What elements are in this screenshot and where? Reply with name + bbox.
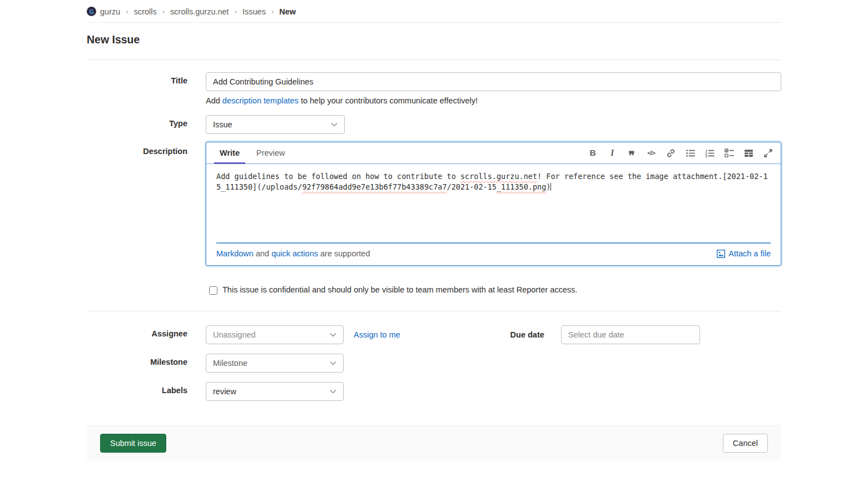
quick-actions-help-link[interactable]: quick actions	[271, 249, 318, 258]
fullscreen-icon[interactable]	[763, 145, 773, 161]
breadcrumb: G gurzu › scrolls › scrolls.gurzu.net › …	[87, 0, 781, 22]
due-date-input[interactable]	[561, 325, 700, 344]
editor-header: Write Preview B I ❞ </>	[206, 142, 781, 164]
type-row: Type Issue	[87, 115, 781, 134]
assignee-row: Assignee Unassigned Assign to me Due dat…	[87, 325, 781, 344]
assign-to-me-link[interactable]: Assign to me	[354, 330, 400, 339]
milestone-row: Milestone Milestone	[87, 354, 781, 373]
section-divider	[87, 311, 781, 311]
form-actions-bar: Submit issue Cancel	[87, 425, 781, 460]
description-textarea[interactable]: Add guidelines to be followed on how to …	[206, 164, 781, 235]
breadcrumb-current: New	[279, 7, 296, 16]
labels-row: Labels review	[87, 382, 781, 401]
type-select-value: Issue	[213, 120, 232, 129]
table-icon[interactable]	[743, 145, 753, 161]
description-row: Description Write Preview B I ❞ </>	[87, 143, 781, 266]
milestone-label: Milestone	[87, 354, 187, 373]
quote-icon[interactable]: ❞	[627, 145, 637, 161]
breadcrumb-link-issues[interactable]: Issues	[242, 7, 266, 16]
description-label: Description	[87, 143, 187, 266]
type-select[interactable]: Issue	[206, 115, 345, 134]
help-prefix: Add	[206, 96, 222, 105]
text-segment: )	[546, 182, 550, 191]
markdown-support-text: Markdown and quick actions are supported	[216, 249, 370, 258]
and-text: and	[254, 249, 271, 258]
type-label: Type	[87, 115, 187, 134]
title-label: Title	[87, 72, 187, 105]
submit-issue-button[interactable]: Submit issue	[100, 434, 166, 453]
assignee-select-value: Unassigned	[213, 330, 256, 339]
code-icon[interactable]: </>	[646, 145, 656, 161]
markdown-editor: Write Preview B I ❞ </>	[206, 142, 781, 266]
chevron-down-icon	[330, 361, 336, 365]
italic-icon[interactable]: I	[607, 145, 617, 161]
milestone-select-value: Milestone	[213, 359, 247, 368]
chevron-down-icon	[330, 389, 336, 394]
image-attachment-icon	[717, 250, 725, 258]
editor-toolbar: B I ❞ </>	[588, 142, 773, 163]
page-title-block: New Issue	[87, 23, 781, 60]
task-list-icon[interactable]	[724, 145, 734, 161]
title-row: Title Add description templates to help …	[87, 72, 781, 105]
tab-preview[interactable]: Preview	[251, 142, 291, 164]
labels-select-value: review	[213, 387, 236, 396]
svg-text:3: 3	[705, 155, 707, 158]
text-segment-misspelled: scrolls.gurzu.net	[460, 172, 537, 181]
title-help-text: Add description templates to help your c…	[206, 96, 781, 105]
attach-file-label: Attach a file	[728, 249, 771, 258]
link-icon[interactable]	[666, 145, 676, 161]
bullet-list-icon[interactable]	[685, 145, 695, 161]
cancel-button[interactable]: Cancel	[723, 434, 768, 453]
attach-file-button[interactable]: Attach a file	[717, 249, 771, 258]
description-templates-link[interactable]: description templates	[222, 96, 299, 105]
labels-label: Labels	[87, 382, 187, 401]
group-avatar-icon[interactable]: G	[87, 7, 96, 16]
bold-icon[interactable]: B	[588, 145, 598, 161]
chevron-right-icon: ›	[157, 7, 170, 16]
due-date-label: Due date	[510, 330, 544, 339]
text-cursor	[550, 183, 551, 191]
text-segment-misspelled: 92f79864add9e7e13b6f77b43389c7a7	[302, 182, 447, 191]
milestone-select[interactable]: Milestone	[206, 354, 344, 373]
numbered-list-icon[interactable]: 123	[705, 145, 715, 161]
breadcrumb-link-project[interactable]: scrolls.gurzu.net	[170, 7, 229, 16]
chevron-right-icon: ›	[266, 7, 279, 16]
text-segment: Add guidelines to be followed on how to …	[216, 172, 460, 181]
confidential-label: This issue is confidential and should on…	[222, 285, 577, 294]
issue-title-input[interactable]	[206, 72, 781, 91]
help-suffix: to help your contributors communicate ef…	[299, 96, 478, 105]
chevron-down-icon	[331, 122, 338, 127]
chevron-down-icon	[330, 333, 336, 337]
chevron-right-icon: ›	[120, 7, 133, 16]
chevron-right-icon: ›	[229, 7, 242, 16]
breadcrumb-bar: G gurzu › scrolls › scrolls.gurzu.net › …	[87, 0, 781, 23]
breadcrumb-link-scrolls[interactable]: scrolls	[134, 7, 157, 16]
text-segment-misspelled: _111350.png	[497, 182, 546, 191]
breadcrumb-link-gurzu[interactable]: gurzu	[100, 7, 120, 16]
confidential-checkbox[interactable]	[209, 286, 217, 295]
page-container: G gurzu › scrolls › scrolls.gurzu.net › …	[87, 0, 781, 460]
assignee-select[interactable]: Unassigned	[206, 325, 344, 344]
tab-write[interactable]: Write	[214, 142, 245, 164]
confidential-option[interactable]: This issue is confidential and should on…	[209, 285, 781, 295]
page-title: New Issue	[87, 33, 781, 46]
supported-text: are supported	[318, 249, 370, 258]
editor-footer: Markdown and quick actions are supported…	[206, 244, 781, 265]
assignee-label: Assignee	[87, 325, 187, 344]
markdown-help-link[interactable]: Markdown	[216, 249, 254, 258]
labels-select[interactable]: review	[206, 382, 344, 401]
text-segment: /2021-02-15	[447, 182, 497, 191]
